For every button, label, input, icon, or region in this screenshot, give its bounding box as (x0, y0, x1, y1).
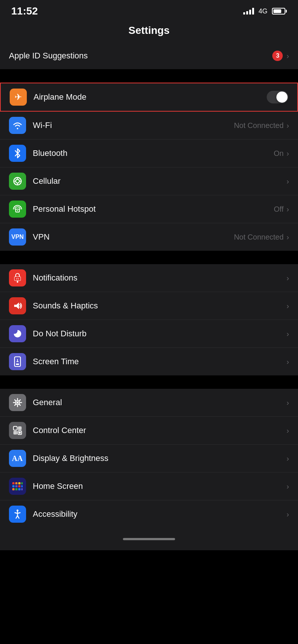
svg-rect-32 (12, 488, 15, 490)
svg-rect-26 (18, 482, 20, 484)
svg-point-6 (17, 281, 18, 283)
sounds-haptics-icon (9, 297, 26, 314)
svg-rect-14 (16, 361, 19, 362)
svg-rect-10 (16, 279, 19, 281)
apple-id-badge: 3 (272, 51, 283, 61)
display-brightness-chevron-icon: › (286, 454, 289, 463)
svg-rect-11 (14, 305, 16, 307)
screen-time-row[interactable]: Screen Time › (0, 348, 298, 375)
general-row[interactable]: General › (0, 389, 298, 417)
home-screen-icon (9, 478, 26, 495)
notifications-label: Notifications (33, 273, 286, 283)
cellular-chevron-icon: › (286, 177, 289, 186)
toggle-knob (276, 92, 288, 103)
svg-rect-19 (18, 426, 22, 430)
bluetooth-row[interactable]: Bluetooth On › (0, 140, 298, 167)
control-center-row[interactable]: Control Center › (0, 417, 298, 445)
svg-rect-20 (13, 431, 17, 435)
gap-3 (0, 375, 298, 389)
general-label: General (33, 398, 286, 407)
home-screen-label: Home Screen (33, 481, 286, 491)
gap-1 (0, 69, 298, 83)
svg-rect-13 (16, 363, 19, 365)
svg-text:AA: AA (12, 454, 23, 462)
control-center-label: Control Center (33, 426, 286, 435)
general-chevron-icon: › (286, 398, 289, 407)
vpn-row[interactable]: VPN VPN Not Connected › (0, 223, 298, 251)
accessibility-chevron-icon: › (286, 510, 289, 519)
personal-hotspot-chevron-icon: › (286, 205, 289, 214)
control-center-icon (9, 422, 26, 439)
airplane-mode-row[interactable]: ✈ Airplane Mode (0, 83, 298, 112)
home-screen-chevron-icon: › (286, 482, 289, 491)
accessibility-row[interactable]: Accessibility › (0, 500, 298, 528)
svg-rect-30 (18, 485, 20, 487)
personal-hotspot-icon (9, 201, 26, 218)
svg-rect-34 (18, 488, 20, 490)
airplane-mode-icon: ✈ (10, 89, 27, 106)
bluetooth-icon (9, 145, 26, 162)
vpn-chevron-icon: › (286, 233, 289, 241)
do-not-disturb-chevron-icon: › (286, 330, 289, 338)
airplane-mode-toggle[interactable] (267, 91, 288, 103)
svg-rect-24 (12, 482, 15, 484)
display-brightness-row[interactable]: AA Display & Brightness › (0, 445, 298, 472)
screen-time-chevron-icon: › (286, 358, 289, 366)
do-not-disturb-row[interactable]: Do Not Disturb › (0, 320, 298, 348)
svg-rect-27 (21, 482, 23, 484)
display-brightness-icon: AA (9, 450, 26, 467)
svg-rect-33 (15, 488, 18, 490)
bluetooth-chevron-icon: › (286, 149, 289, 158)
wifi-value: Not Connected (234, 121, 283, 130)
general-icon (9, 394, 26, 411)
home-indicator (123, 538, 175, 540)
cellular-row[interactable]: Cellular › (0, 167, 298, 195)
control-center-chevron-icon: › (286, 426, 289, 435)
signal-bars-icon (243, 8, 254, 15)
svg-rect-31 (21, 485, 23, 487)
sounds-haptics-chevron-icon: › (286, 302, 289, 310)
svg-rect-35 (21, 488, 23, 490)
system-group: Notifications › Sounds & Haptics › Do No… (0, 264, 298, 375)
status-icons: 4G (243, 7, 287, 15)
svg-rect-29 (15, 485, 18, 487)
personal-hotspot-row[interactable]: Personal Hotspot Off › (0, 195, 298, 223)
accessibility-label: Accessibility (33, 509, 286, 519)
apple-id-label: Apple ID Suggestions (9, 51, 272, 61)
notifications-row[interactable]: Notifications › (0, 264, 298, 292)
personal-hotspot-value: Off (274, 205, 283, 214)
vpn-label: VPN (33, 232, 234, 242)
do-not-disturb-icon (9, 325, 26, 342)
svg-point-3 (17, 210, 18, 211)
apple-id-chevron-icon: › (286, 52, 289, 60)
bluetooth-value: On (274, 149, 284, 158)
status-bar: 11:52 4G (0, 0, 298, 21)
gap-2 (0, 251, 298, 264)
wifi-chevron-icon: › (286, 121, 289, 130)
do-not-disturb-label: Do Not Disturb (33, 329, 286, 339)
cellular-label: Cellular (33, 176, 286, 186)
svg-rect-18 (13, 426, 17, 430)
screen-time-label: Screen Time (33, 357, 286, 366)
wifi-icon (9, 117, 26, 134)
home-screen-row[interactable]: Home Screen › (0, 472, 298, 500)
apple-id-row[interactable]: Apple ID Suggestions 3 › (0, 42, 298, 69)
cellular-icon (9, 173, 26, 190)
general-group: General › Control Center › AA Display & … (0, 389, 298, 528)
vpn-icon: VPN (9, 228, 26, 246)
connectivity-group: ✈ Airplane Mode Wi-Fi Not Connected › Bl… (0, 83, 298, 251)
sounds-haptics-row[interactable]: Sounds & Haptics › (0, 292, 298, 320)
vpn-value: Not Connected (234, 233, 283, 241)
svg-rect-15 (17, 359, 18, 361)
apple-id-right: 3 › (272, 51, 289, 61)
notifications-chevron-icon: › (286, 274, 289, 282)
bluetooth-label: Bluetooth (33, 148, 274, 158)
notifications-icon (9, 269, 26, 286)
svg-point-16 (16, 401, 19, 404)
svg-point-22 (19, 432, 21, 434)
battery-icon (272, 8, 287, 15)
sounds-haptics-label: Sounds & Haptics (33, 301, 286, 311)
wifi-row[interactable]: Wi-Fi Not Connected › (0, 112, 298, 140)
wifi-label: Wi-Fi (33, 121, 234, 130)
screen-time-icon (9, 353, 26, 370)
